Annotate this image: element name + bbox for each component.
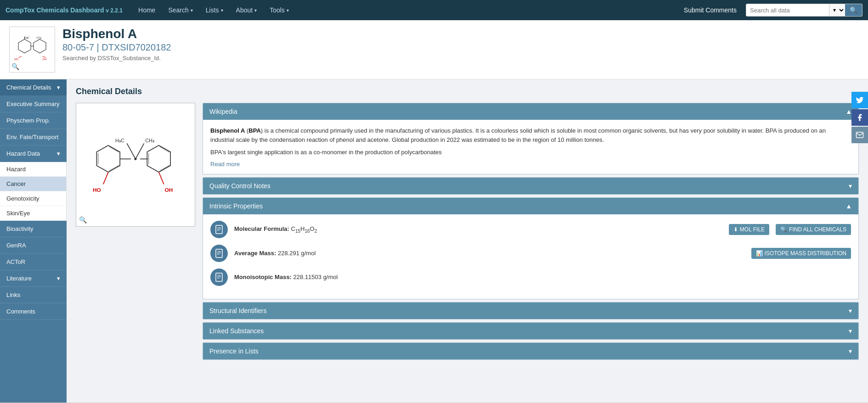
sidebar-sub-skin-eye[interactable]: Skin/Eye xyxy=(0,206,66,221)
linked-panel-header[interactable]: Linked Substances ▾ xyxy=(203,323,858,339)
bisphenol-a-bold: Bisphenol A xyxy=(210,127,245,134)
mol-file-button[interactable]: ⬇ MOL FILE xyxy=(729,224,769,235)
linked-expand-icon: ▾ xyxy=(849,327,852,335)
nav-lists[interactable]: Lists ▾ xyxy=(199,0,230,20)
sidebar-item-literature[interactable]: Literature ▾ xyxy=(0,270,67,287)
twitter-icon xyxy=(856,96,864,104)
presence-panel-header[interactable]: Presence in Lists ▾ xyxy=(203,343,858,359)
svg-line-14 xyxy=(109,165,119,171)
wikipedia-panel: Wikipedia ▲ Bisphenol A (BPA) is a chemi… xyxy=(203,103,859,174)
intrinsic-panel: Intrinsic Properties ▲ xyxy=(203,197,859,299)
email-icon xyxy=(856,131,864,139)
literature-caret-icon: ▾ xyxy=(57,275,60,282)
zoom-icon[interactable]: 🔍 xyxy=(11,63,19,70)
wikipedia-para1: Bisphenol A (BPA) is a chemical compound… xyxy=(210,126,851,144)
navbar: CompTox Chemicals Dashboard v 2.2.1 Home… xyxy=(0,0,868,20)
submit-comments-link[interactable]: Submit Comments xyxy=(684,6,737,14)
sidebar-item-comments[interactable]: Comments xyxy=(0,303,67,320)
svg-text:CH₃: CH₃ xyxy=(145,138,154,143)
svg-text:CH₃: CH₃ xyxy=(36,36,42,39)
svg-rect-38 xyxy=(216,273,222,281)
sidebar-sub-hazard[interactable]: Hazard xyxy=(0,162,66,177)
nav-tools[interactable]: Tools ▾ xyxy=(263,0,295,20)
quality-control-header[interactable]: Quality Control Notes ▾ xyxy=(203,178,858,194)
sidebar-item-chemical-details[interactable]: Chemical Details ▾ xyxy=(0,79,67,96)
sidebar-item-env-fate[interactable]: Env. Fate/Transport xyxy=(0,129,67,146)
intrinsic-body: Molecular Formula: C15H16O2 ⬇ MOL FILE 🔍… xyxy=(203,214,858,299)
about-caret: ▾ xyxy=(254,8,257,13)
svg-marker-0 xyxy=(18,39,31,53)
isotope-mass-button[interactable]: 📊 ISOTOPE MASS DISTRIBUTION xyxy=(751,248,851,259)
svg-line-24 xyxy=(135,143,144,159)
monoisotopic-icon xyxy=(210,269,228,286)
wikipedia-panel-header[interactable]: Wikipedia ▲ xyxy=(203,103,858,120)
svg-text:H₃C: H₃C xyxy=(115,138,124,143)
document-icon-2 xyxy=(214,249,224,258)
nav-search[interactable]: Search ▾ xyxy=(162,0,199,20)
sidebar-sub-genotoxicity[interactable]: Genotoxicity xyxy=(0,191,66,206)
structural-expand-icon: ▾ xyxy=(849,307,852,314)
svg-line-9 xyxy=(18,56,22,57)
sidebar-sub-cancer[interactable]: Cancer xyxy=(0,177,66,191)
quality-control-title: Quality Control Notes xyxy=(209,182,271,190)
chem-name: Bisphenol A xyxy=(62,27,171,41)
sidebar-item-links[interactable]: Links xyxy=(0,287,67,303)
structural-title: Structural Identifiers xyxy=(209,307,267,314)
bpa-abbrev: BPA xyxy=(248,127,260,134)
monoisotopic-label: Monoisotopic Mass: 228.11503 g/mol xyxy=(234,274,851,280)
wikipedia-para2: BPA's largest single application is as a… xyxy=(210,148,851,157)
sidebar-item-actor[interactable]: ACToR xyxy=(0,254,67,270)
avg-mass-label: Average Mass: 228.291 g/mol xyxy=(234,250,745,257)
presence-title: Presence in Lists xyxy=(209,347,259,355)
email-share-button[interactable] xyxy=(851,127,868,143)
tools-caret: ▾ xyxy=(287,8,289,13)
molecule-structure-box: H₃C CH₃ HO OH 🔍 xyxy=(76,103,195,227)
nav-home[interactable]: Home xyxy=(132,0,162,20)
linked-panel: Linked Substances ▾ xyxy=(203,322,859,340)
find-all-chemicals-button[interactable]: 🔍 FIND ALL CHEMICALS xyxy=(776,224,851,235)
intrinsic-panel-header[interactable]: Intrinsic Properties ▲ xyxy=(203,198,858,214)
chem-details-layout: H₃C CH₃ HO OH 🔍 xyxy=(76,103,859,360)
collapse-icon: ▲ xyxy=(845,108,852,115)
hazard-submenu: Hazard Cancer Genotoxicity Skin/Eye xyxy=(0,162,67,221)
document-icon-3 xyxy=(214,273,224,282)
chem-thumbnail[interactable]: H₃C CH₃ HO OH 🔍 xyxy=(9,27,55,73)
sidebar: Chemical Details ▾ Executive Summary Phy… xyxy=(0,79,67,403)
facebook-icon xyxy=(856,113,864,122)
wikipedia-title: Wikipedia xyxy=(209,108,237,115)
svg-text:HO: HO xyxy=(14,58,18,61)
svg-line-28 xyxy=(159,172,164,184)
svg-marker-11 xyxy=(96,146,120,172)
global-search: ▾ 🔍 xyxy=(746,4,862,17)
chevron-down-icon: ▾ xyxy=(57,84,60,91)
mol-formula-label: Molecular Formula: C15H16O2 xyxy=(234,225,722,234)
chem-ids: 80-05-7 | DTXSID7020182 xyxy=(62,42,171,53)
social-bar xyxy=(851,92,868,143)
brand: CompTox Chemicals Dashboard v 2.2.1 xyxy=(6,6,123,14)
sidebar-item-hazard-data[interactable]: Hazard Data ▾ xyxy=(0,146,67,162)
search-input[interactable] xyxy=(746,7,829,14)
nav-about[interactable]: About ▾ xyxy=(230,0,264,20)
sidebar-item-executive-summary[interactable]: Executive Summary xyxy=(0,96,67,112)
twitter-share-button[interactable] xyxy=(851,92,868,108)
brand-text: CompTox Chemicals Dashboard xyxy=(6,6,104,14)
search-button[interactable]: 🔍 xyxy=(845,4,862,16)
svg-text:HO: HO xyxy=(93,187,101,193)
search-type-select[interactable]: ▾ xyxy=(829,4,845,16)
svg-marker-15 xyxy=(147,146,170,172)
intrinsic-title: Intrinsic Properties xyxy=(209,202,263,210)
molecule-svg: H₃C CH₃ HO OH xyxy=(85,114,186,215)
quality-control-panel: Quality Control Notes ▾ xyxy=(203,177,859,195)
svg-rect-34 xyxy=(216,249,222,257)
molecule-zoom-icon[interactable]: 🔍 xyxy=(79,216,87,224)
facebook-share-button[interactable] xyxy=(851,109,868,126)
sidebar-item-physchem[interactable]: Physchem Prop. xyxy=(0,112,67,129)
read-more-link[interactable]: Read more xyxy=(210,161,240,168)
sidebar-item-bioactivity[interactable]: Bioactivity xyxy=(0,221,67,237)
hazard-caret-icon: ▾ xyxy=(57,150,60,157)
structural-panel-header[interactable]: Structural Identifiers ▾ xyxy=(203,302,858,319)
sidebar-item-genra[interactable]: GenRA xyxy=(0,237,67,254)
intrinsic-collapse-icon: ▲ xyxy=(845,202,852,210)
chem-dtxsid: DTXSID7020182 xyxy=(101,42,171,52)
svg-line-18 xyxy=(159,165,169,171)
